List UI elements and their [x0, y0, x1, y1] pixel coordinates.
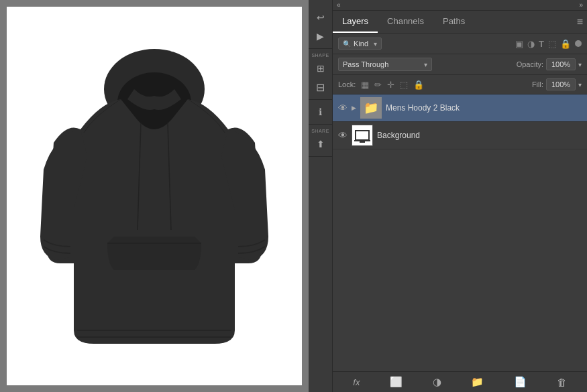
collapse-right-btn[interactable]: »	[579, 1, 583, 9]
filter-icons: ▣ ◑ T ⬚ 🔒	[515, 39, 582, 49]
kind-chevron: ▾	[374, 40, 377, 48]
opacity-label: Opacity:	[517, 60, 543, 68]
tab-channels[interactable]: Channels	[378, 11, 433, 33]
side-group-nav: ↩ ▶	[309, 5, 332, 49]
search-icon: 🔍	[343, 40, 351, 48]
adjust-filter-icon[interactable]: ◑	[527, 39, 535, 49]
layer-item-group[interactable]: 👁 ▶ 📁 Mens Hoody 2 Black	[333, 94, 587, 122]
fx-button[interactable]: fx	[353, 377, 360, 387]
bg-monitor-icon	[355, 130, 370, 141]
fill-arrow[interactable]: ▾	[578, 81, 582, 88]
fill-group: Fill: 100% ▾	[532, 78, 582, 90]
blend-chevron: ▾	[424, 61, 427, 68]
expand-icon-group[interactable]: ▶	[352, 105, 356, 111]
mask-button[interactable]: ⬜	[390, 376, 403, 388]
filter-row: 🔍 Kind ▾ ▣ ◑ T ⬚ 🔒	[333, 34, 587, 54]
layers-bottom: fx ⬜ ◑ 📁 📄 🗑	[333, 371, 587, 392]
panel-menu-btn[interactable]: ≡	[577, 16, 583, 28]
tab-paths[interactable]: Paths	[433, 11, 474, 33]
side-icon-bar: ↩ ▶ SHAPE ⊞ ⊟ ℹ SHARE ⬆	[309, 0, 333, 392]
opacity-value[interactable]: 100%	[546, 58, 576, 70]
pixel-filter-icon[interactable]: ▣	[515, 39, 523, 49]
kind-label: Kind	[354, 40, 368, 48]
kind-dropdown[interactable]: 🔍 Kind ▾	[338, 38, 382, 50]
hoodie-canvas	[7, 7, 302, 385]
tabs-row: Layers Channels Paths ≡	[333, 11, 587, 34]
folder-icon: 📁	[364, 101, 378, 115]
collapse-left-btn[interactable]: «	[337, 1, 341, 9]
lock-filter-icon[interactable]: 🔒	[560, 39, 571, 49]
layer-item-background[interactable]: 👁 Background	[333, 122, 587, 149]
opacity-group: Opacity: 100% ▾	[517, 58, 582, 70]
panel-arrows: « »	[333, 0, 587, 11]
lock-all-icon[interactable]: 🔒	[413, 80, 424, 90]
new-layer-button[interactable]: 📄	[514, 376, 527, 388]
adjustment-button[interactable]: ◑	[433, 376, 441, 388]
lock-icons: ▦ ✏ ✛ ⬚ 🔒	[361, 80, 424, 90]
grid-icon[interactable]: ⊞	[311, 60, 330, 76]
layer-thumbnail-bg	[352, 125, 373, 146]
lock-label: Lock:	[338, 80, 356, 88]
shape-filter-icon[interactable]: ⬚	[548, 39, 556, 49]
lock-paint-icon[interactable]: ✏	[374, 80, 382, 90]
play-icon[interactable]: ▶	[311, 28, 330, 44]
back-icon[interactable]: ↩	[311, 9, 330, 25]
lock-pixels-icon[interactable]: ▦	[361, 80, 369, 90]
fill-value[interactable]: 100%	[546, 78, 576, 90]
blend-mode-value: Pass Through	[343, 60, 388, 68]
blend-mode-dropdown[interactable]: Pass Through ▾	[338, 58, 432, 71]
side-group-shape: SHAPE ⊞ ⊟	[309, 49, 332, 100]
bg-line	[354, 140, 370, 141]
shape-label: SHAPE	[311, 53, 329, 58]
hoodie-image	[40, 36, 268, 357]
share-label: SHARE	[311, 129, 329, 133]
side-group-share: SHARE ⬆	[309, 125, 332, 157]
share-icon[interactable]: ⬆	[311, 136, 330, 152]
info-icon[interactable]: ℹ	[311, 104, 330, 120]
right-panel: ↩ ▶ SHAPE ⊞ ⊟ ℹ SHARE ⬆ « » Layers Chann…	[309, 0, 587, 392]
layer-name-bg: Background	[377, 131, 582, 140]
layer-thumbnail-group: 📁	[360, 97, 382, 119]
sliders-icon[interactable]: ⊟	[311, 79, 330, 95]
visibility-icon-group[interactable]: 👁	[338, 103, 348, 113]
lock-artboard-icon[interactable]: ⬚	[400, 80, 408, 90]
blend-row: Pass Through ▾ Opacity: 100% ▾	[333, 54, 587, 75]
visibility-icon-bg[interactable]: 👁	[338, 130, 348, 141]
side-group-info: ℹ	[309, 100, 332, 125]
group-button[interactable]: 📁	[471, 376, 484, 388]
layer-name-group: Mens Hoody 2 Black	[386, 103, 582, 113]
lock-row: Lock: ▦ ✏ ✛ ⬚ 🔒 Fill: 100% ▾	[333, 75, 587, 94]
layers-panel: « » Layers Channels Paths ≡ 🔍 Kind ▾ ▣ ◑…	[333, 0, 587, 392]
text-filter-icon[interactable]: T	[539, 39, 544, 49]
layers-list: 👁 ▶ 📁 Mens Hoody 2 Black 👁 Background	[333, 94, 587, 371]
opacity-arrow[interactable]: ▾	[578, 61, 582, 68]
tab-layers[interactable]: Layers	[333, 11, 378, 33]
delete-layer-button[interactable]: 🗑	[557, 377, 567, 388]
canvas-area	[0, 0, 309, 392]
lock-move-icon[interactable]: ✛	[387, 80, 394, 90]
fill-label: Fill:	[532, 80, 543, 88]
filter-dot[interactable]	[575, 40, 582, 47]
